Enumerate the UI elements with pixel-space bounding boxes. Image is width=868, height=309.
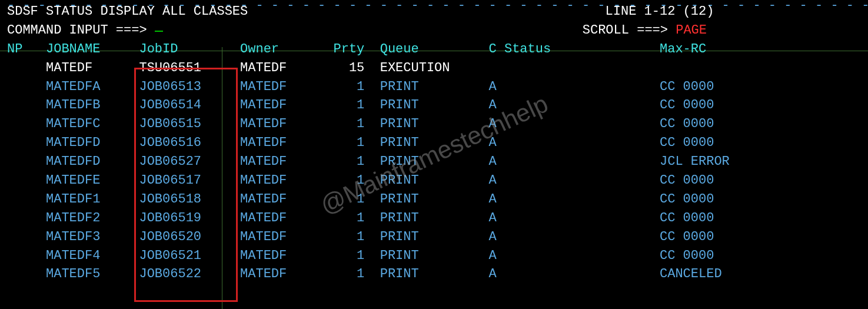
table-row[interactable]: MATEDFB JOB06514 MATEDF 1 PRINT A CC 000…: [7, 96, 861, 115]
scroll-value[interactable]: PAGE: [676, 23, 707, 38]
line-info: LINE 1-12 (12): [606, 4, 714, 19]
table-row[interactable]: MATEDF TSU06551 MATEDF 15 EXECUTION: [7, 59, 861, 78]
table-row[interactable]: MATEDFC JOB06515 MATEDF 1 PRINT A CC 000…: [7, 115, 861, 134]
table-row[interactable]: MATEDF1 JOB06518 MATEDF 1 PRINT A CC 000…: [7, 190, 861, 209]
table-row[interactable]: MATEDF3 JOB06520 MATEDF 1 PRINT A CC 000…: [7, 228, 861, 247]
column-headers: NP JOBNAME JobID Owner Prty Queue C Stat…: [7, 40, 861, 59]
panel-title: SDSF STATUS DISPLAY ALL CLASSES: [7, 4, 248, 19]
table-row[interactable]: MATEDFE JOB06517 MATEDF 1 PRINT A CC 000…: [7, 171, 861, 190]
table-row[interactable]: MATEDFD JOB06516 MATEDF 1 PRINT A CC 000…: [7, 134, 861, 152]
command-row: COMMAND INPUT ===> SCROLL ===> PAGE: [7, 21, 861, 40]
table-row[interactable]: MATEDF2 JOB06519 MATEDF 1 PRINT A CC 000…: [7, 209, 861, 228]
command-input[interactable]: [155, 31, 163, 32]
command-label: COMMAND INPUT ===>: [7, 23, 147, 38]
title-spacer: [248, 4, 605, 19]
table-row[interactable]: MATEDFD JOB06527 MATEDF 1 PRINT A JCL ER…: [7, 152, 861, 171]
scroll-label: SCROLL ===>: [583, 23, 668, 38]
table-row[interactable]: MATEDF5 JOB06522 MATEDF 1 PRINT A CANCEL…: [7, 265, 861, 284]
table-row[interactable]: MATEDFA JOB06513 MATEDF 1 PRINT A CC 000…: [7, 78, 861, 97]
table-row[interactable]: MATEDF4 JOB06521 MATEDF 1 PRINT A CC 000…: [7, 247, 861, 265]
